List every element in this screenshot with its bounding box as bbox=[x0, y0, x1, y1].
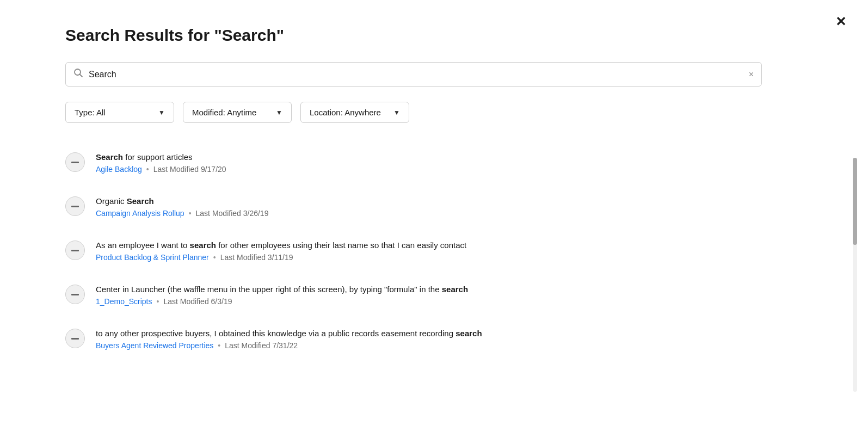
result-icon bbox=[65, 240, 85, 260]
results-list: Search for support articles Agile Backlo… bbox=[65, 140, 773, 361]
result-modified: Last Modified 3/26/19 bbox=[196, 209, 269, 218]
page-title: Search Results for "Search" bbox=[65, 26, 835, 45]
result-content: As an employee I want to search for othe… bbox=[96, 239, 751, 262]
result-modified: Last Modified 3/11/19 bbox=[220, 253, 293, 262]
search-bar: × bbox=[65, 62, 762, 87]
result-title: Organic Search bbox=[96, 195, 751, 207]
result-modified: Last Modified 9/17/20 bbox=[153, 165, 226, 174]
modified-filter-label: Modified: Anytime bbox=[192, 108, 256, 117]
result-title: Center in Launcher (the waffle menu in t… bbox=[96, 283, 751, 295]
result-icon-dash bbox=[71, 294, 79, 295]
result-dot: • bbox=[146, 165, 149, 174]
scrollbar-track bbox=[853, 158, 857, 392]
result-icon bbox=[65, 196, 85, 216]
result-icon-dash bbox=[71, 162, 79, 163]
search-icon bbox=[73, 68, 83, 81]
location-filter-arrow: ▼ bbox=[393, 109, 400, 116]
result-item: to any other prospective buyers, I obtai… bbox=[65, 317, 751, 361]
result-link[interactable]: Buyers Agent Reviewed Properties bbox=[96, 341, 213, 350]
result-dot: • bbox=[157, 297, 159, 306]
result-title: to any other prospective buyers, I obtai… bbox=[96, 328, 751, 339]
result-item: Center in Launcher (the waffle menu in t… bbox=[65, 273, 751, 317]
result-dot: • bbox=[189, 209, 192, 218]
type-filter[interactable]: Type: All ▼ bbox=[65, 102, 174, 123]
result-meta: 1_Demo_Scripts • Last Modified 6/3/19 bbox=[96, 297, 751, 306]
close-button[interactable]: ✕ bbox=[835, 15, 846, 28]
result-modified: Last Modified 6/3/19 bbox=[163, 297, 232, 306]
result-icon-dash bbox=[71, 338, 79, 340]
result-meta: Product Backlog & Sprint Planner • Last … bbox=[96, 253, 751, 262]
result-title: Search for support articles bbox=[96, 151, 751, 163]
modified-filter[interactable]: Modified: Anytime ▼ bbox=[183, 102, 292, 123]
result-link[interactable]: Campaign Analysis Rollup bbox=[96, 209, 184, 218]
result-meta: Buyers Agent Reviewed Properties • Last … bbox=[96, 341, 751, 350]
result-icon bbox=[65, 152, 85, 172]
result-icon bbox=[65, 285, 85, 304]
result-item: Search for support articles Agile Backlo… bbox=[65, 140, 751, 184]
result-icon-dash bbox=[71, 250, 79, 251]
search-input[interactable] bbox=[89, 70, 749, 79]
modal-container: ✕ Search Results for "Search" × Type: Al… bbox=[0, 0, 868, 444]
result-link[interactable]: Agile Backlog bbox=[96, 165, 142, 174]
result-title: As an employee I want to search for othe… bbox=[96, 239, 751, 251]
type-filter-label: Type: All bbox=[75, 108, 106, 117]
modified-filter-arrow: ▼ bbox=[276, 109, 282, 116]
result-content: to any other prospective buyers, I obtai… bbox=[96, 328, 751, 350]
result-meta: Campaign Analysis Rollup • Last Modified… bbox=[96, 209, 751, 218]
result-meta: Agile Backlog • Last Modified 9/17/20 bbox=[96, 165, 751, 174]
result-link[interactable]: Product Backlog & Sprint Planner bbox=[96, 253, 209, 262]
result-content: Search for support articles Agile Backlo… bbox=[96, 151, 751, 174]
location-filter[interactable]: Location: Anywhere ▼ bbox=[300, 102, 409, 123]
location-filter-label: Location: Anywhere bbox=[310, 108, 381, 117]
filters-bar: Type: All ▼ Modified: Anytime ▼ Location… bbox=[65, 102, 835, 123]
result-icon bbox=[65, 329, 85, 348]
type-filter-arrow: ▼ bbox=[158, 109, 165, 116]
result-content: Center in Launcher (the waffle menu in t… bbox=[96, 283, 751, 306]
search-clear-button[interactable]: × bbox=[749, 70, 754, 79]
result-dot: • bbox=[213, 253, 216, 262]
scrollbar-thumb[interactable] bbox=[853, 158, 857, 245]
result-item: As an employee I want to search for othe… bbox=[65, 229, 751, 273]
result-link[interactable]: 1_Demo_Scripts bbox=[96, 297, 152, 306]
result-modified: Last Modified 7/31/22 bbox=[225, 341, 298, 350]
svg-line-1 bbox=[80, 75, 83, 77]
result-dot: • bbox=[218, 341, 220, 350]
result-icon-dash bbox=[71, 206, 79, 207]
result-content: Organic Search Campaign Analysis Rollup … bbox=[96, 195, 751, 218]
result-item: Organic Search Campaign Analysis Rollup … bbox=[65, 184, 751, 229]
